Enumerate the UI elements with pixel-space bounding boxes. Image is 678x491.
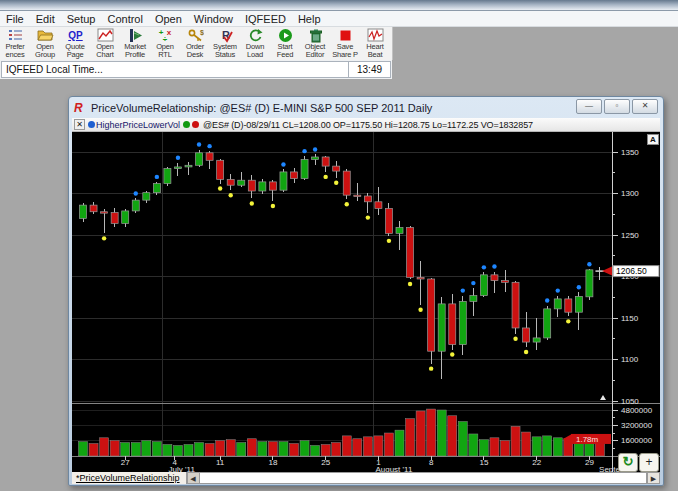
horizontal-scrollbar[interactable] (200, 472, 647, 484)
candle-body[interactable] (174, 167, 181, 169)
candle-body[interactable] (544, 309, 551, 338)
candle-body[interactable] (248, 180, 255, 191)
tab-price-volume-relationship[interactable]: *PriceVolumeRelationship (72, 472, 187, 484)
candle-body[interactable] (269, 182, 276, 190)
volume-bar[interactable] (353, 439, 362, 456)
volume-bar[interactable] (384, 433, 393, 456)
candle-body[interactable] (407, 228, 414, 278)
candle-body[interactable] (259, 182, 266, 191)
volume-bar[interactable] (511, 426, 520, 456)
volume-bar[interactable] (89, 444, 98, 456)
candle-body[interactable] (217, 160, 224, 179)
candle-body[interactable] (491, 275, 498, 281)
volume-bar[interactable] (458, 422, 467, 456)
candle-body[interactable] (196, 153, 203, 165)
candle-body[interactable] (164, 169, 171, 184)
candle-body[interactable] (375, 202, 382, 209)
zoom-in-button[interactable]: + (639, 453, 659, 472)
candle-body[interactable] (438, 304, 445, 351)
indicator-name[interactable]: HigherPriceLowerVol (96, 120, 180, 130)
volume-bar[interactable] (321, 445, 330, 456)
candle-body[interactable] (153, 184, 160, 193)
volume-bar[interactable] (406, 419, 415, 456)
volume-bar[interactable] (258, 442, 267, 456)
candle-body[interactable] (502, 281, 509, 283)
volume-bar[interactable] (237, 443, 246, 456)
candle-body[interactable] (101, 212, 108, 213)
volume-bar[interactable] (469, 434, 478, 456)
candle-body[interactable] (480, 275, 487, 296)
candle-body[interactable] (143, 193, 150, 200)
volume-bar[interactable] (300, 441, 309, 456)
volume-bar[interactable] (311, 445, 320, 456)
candle-body[interactable] (280, 172, 287, 190)
volume-bar[interactable] (131, 443, 140, 456)
volume-bar[interactable] (268, 442, 277, 456)
volume-bar[interactable] (184, 445, 193, 456)
candle-body[interactable] (238, 180, 245, 185)
minimize-button[interactable]: — (576, 99, 602, 114)
save-share-button[interactable]: SaveShare P (330, 27, 360, 61)
volume-bar[interactable] (342, 436, 351, 456)
menu-help[interactable]: Help (292, 13, 327, 25)
candle-body[interactable] (111, 213, 118, 224)
open-chart-button[interactable]: OpenChart (90, 27, 120, 61)
volume-bar[interactable] (332, 443, 341, 456)
tab-scroll-right-button[interactable]: ▶ (647, 472, 660, 484)
candle-body[interactable] (428, 279, 435, 351)
indicator-close-button[interactable]: ✕ (74, 119, 85, 130)
volume-bar[interactable] (395, 430, 404, 456)
menu-window[interactable]: Window (188, 13, 239, 25)
volume-bar[interactable] (142, 441, 151, 456)
menu-edit[interactable]: Edit (30, 13, 61, 25)
candle-body[interactable] (312, 157, 319, 159)
menu-control[interactable]: Control (101, 13, 148, 25)
candle-body[interactable] (80, 205, 87, 218)
candle-body[interactable] (343, 171, 350, 195)
candle-body[interactable] (185, 165, 192, 167)
volume-bar[interactable] (427, 409, 436, 456)
candle-body[interactable] (470, 296, 477, 302)
open-rtl-button[interactable]: +x÷OpenRTL (150, 27, 180, 61)
close-button[interactable]: ✕ (632, 99, 658, 114)
tab-scroll-left-button[interactable]: ◀ (187, 472, 200, 484)
volume-bar[interactable] (195, 443, 204, 456)
volume-bar[interactable] (290, 444, 299, 456)
volume-bar[interactable] (553, 438, 562, 456)
volume-bar[interactable] (448, 416, 457, 456)
volume-bar[interactable] (437, 410, 446, 456)
candle-body[interactable] (364, 196, 371, 202)
volume-bar[interactable] (595, 444, 604, 456)
menu-iqfeed[interactable]: IQFEED (239, 13, 292, 25)
volume-bar[interactable] (501, 441, 510, 456)
candle-body[interactable] (449, 304, 456, 345)
candle-body[interactable] (322, 157, 329, 166)
candle-body[interactable] (227, 179, 234, 185)
volume-bar[interactable] (216, 441, 225, 456)
market-profile-button[interactable]: MarketProfile (120, 27, 150, 61)
volume-bar[interactable] (226, 440, 235, 456)
volume-bar[interactable] (279, 442, 288, 456)
candle-body[interactable] (132, 200, 139, 211)
candle-body[interactable] (533, 338, 540, 342)
system-status-button[interactable]: RSystemStatus (210, 27, 240, 61)
window-title-bar[interactable]: R PriceVolumeRelationship: @ES# (D) E-MI… (72, 99, 660, 117)
candle-body[interactable] (459, 301, 466, 344)
candlestick-chart[interactable]: 1050110011501200125013001350160000032000… (72, 132, 660, 472)
candle-body[interactable] (301, 159, 308, 178)
volume-bar[interactable] (490, 438, 499, 456)
candle-body[interactable] (523, 328, 530, 342)
start-feed-button[interactable]: StartFeed (270, 27, 300, 61)
volume-bar[interactable] (100, 438, 109, 456)
maximize-button[interactable]: ▫ (604, 99, 630, 114)
volume-bar[interactable] (522, 432, 531, 456)
candle-body[interactable] (417, 277, 424, 279)
heart-beat-button[interactable]: HeartBeat (360, 27, 390, 61)
candle-body[interactable] (512, 282, 519, 328)
candle-body[interactable] (291, 172, 298, 179)
candle-body[interactable] (554, 299, 561, 309)
candle-body[interactable] (565, 299, 572, 312)
menu-setup[interactable]: Setup (61, 13, 102, 25)
menu-open[interactable]: Open (149, 13, 188, 25)
volume-bar[interactable] (152, 442, 161, 456)
